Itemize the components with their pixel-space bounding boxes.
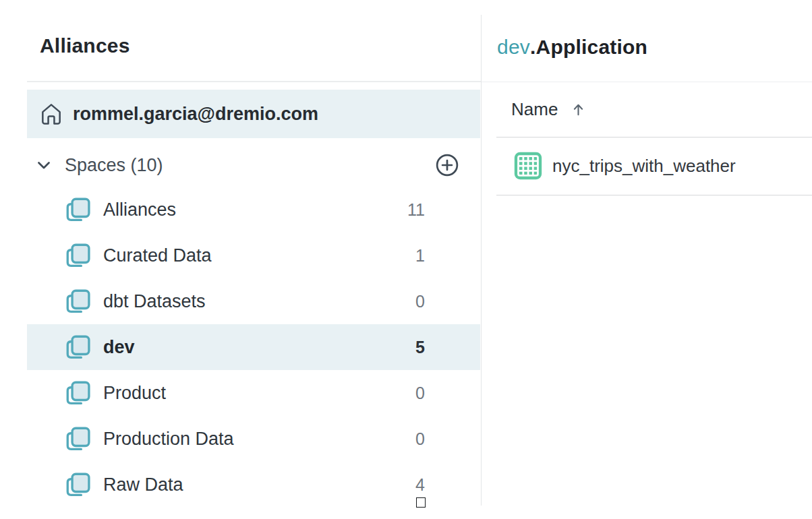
sidebar-item-space[interactable]: Raw Data 4 xyxy=(27,462,480,508)
sidebar-title-divider xyxy=(27,81,481,82)
add-space-button[interactable] xyxy=(434,152,460,178)
breadcrumb-separator: . xyxy=(530,36,536,58)
space-label: Alliances xyxy=(103,200,176,220)
space-label: Raw Data xyxy=(103,475,183,495)
space-count: 5 xyxy=(415,338,425,357)
space-icon xyxy=(64,241,92,270)
spaces-header-label: Spaces (10) xyxy=(65,155,163,176)
column-header-name[interactable]: Name xyxy=(496,82,812,138)
sidebar-item-space[interactable]: dbt Datasets 0 xyxy=(27,278,480,324)
space-icon xyxy=(64,287,92,315)
table-row-dataset[interactable]: nyc_trips_with_weather xyxy=(496,138,812,195)
sidebar-item-space[interactable]: Alliances 11 xyxy=(27,187,480,233)
space-count: 0 xyxy=(415,292,425,311)
dataset-table-icon xyxy=(513,151,544,181)
breadcrumb-entity: Application xyxy=(536,36,648,58)
dremio-catalog-screen: Alliances rommel.garcia@dremio.com Space… xyxy=(0,0,812,519)
dataset-name: nyc_trips_with_weather xyxy=(552,156,736,177)
space-label: dbt Datasets xyxy=(103,291,206,312)
sidebar-item-space[interactable]: Production Data 0 xyxy=(27,416,480,462)
home-item-label: rommel.garcia@dremio.com xyxy=(73,104,318,125)
sidebar-item-space[interactable]: Curated Data 1 xyxy=(27,233,480,278)
home-icon xyxy=(38,101,64,127)
breadcrumb-space-link[interactable]: dev xyxy=(497,36,530,58)
space-count: 11 xyxy=(407,200,425,220)
space-label: Product xyxy=(103,383,166,404)
space-count: 4 xyxy=(415,475,425,495)
space-icon xyxy=(64,333,92,361)
arrow-up-icon xyxy=(570,101,587,118)
space-label: Curated Data xyxy=(103,245,212,266)
sidebar-title: Alliances xyxy=(40,34,130,58)
space-label: Production Data xyxy=(103,429,234,450)
sidebar-item-space-selected[interactable]: dev 5 xyxy=(27,324,480,370)
spaces-header: Spaces (10) xyxy=(27,150,480,181)
space-icon xyxy=(64,425,92,453)
breadcrumb: dev.Application xyxy=(497,35,647,59)
main-panel: dev.Application Name nyc_trips_with_weat… xyxy=(482,0,812,519)
space-count: 0 xyxy=(415,384,425,403)
sidebar-item-home[interactable]: rommel.garcia@dremio.com xyxy=(27,90,480,138)
space-count: 0 xyxy=(415,429,425,449)
sidebar-item-space[interactable]: Product 0 xyxy=(27,370,480,416)
sidebar: Alliances rommel.garcia@dremio.com Space… xyxy=(0,0,481,519)
space-icon xyxy=(64,470,92,499)
space-icon xyxy=(64,379,92,407)
space-count: 1 xyxy=(415,246,425,266)
text-cursor-artifact xyxy=(416,497,426,508)
space-label: dev xyxy=(103,337,135,358)
column-header-label: Name xyxy=(511,99,558,120)
space-icon xyxy=(64,195,92,224)
chevron-down-icon[interactable] xyxy=(34,155,54,175)
